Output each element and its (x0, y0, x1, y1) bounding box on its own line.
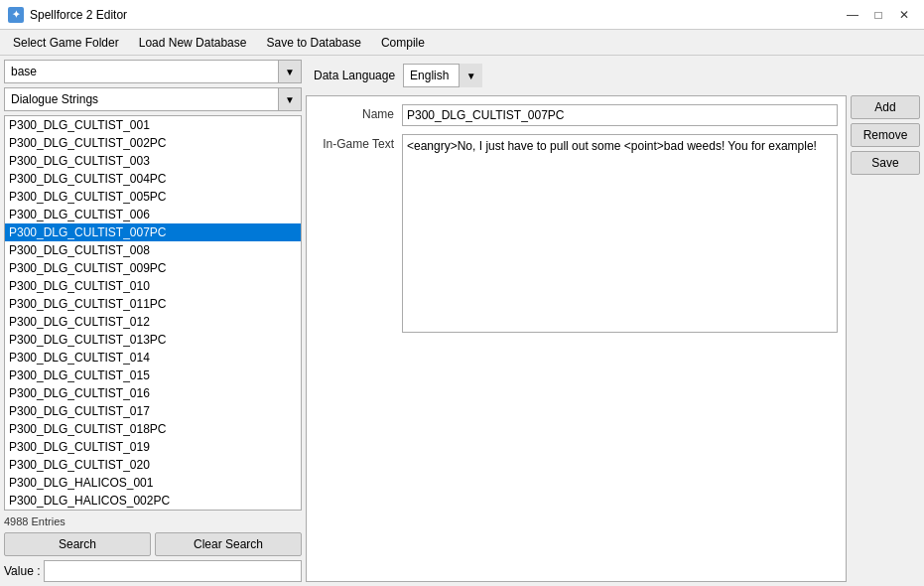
list-item[interactable]: P300_DLG_CULTIST_014 (5, 349, 301, 366)
save-button[interactable]: Save (851, 151, 920, 175)
main-content: base ▼ Dialogue Strings ▼ P300_DLG_CULTI… (0, 56, 924, 586)
list-container: P300_DLG_CULTIST_001P300_DLG_CULTIST_002… (4, 115, 302, 511)
value-input[interactable] (44, 560, 302, 582)
close-button[interactable]: ✕ (892, 5, 916, 25)
in-game-text-field-row: In-Game Text (315, 134, 838, 333)
list-item[interactable]: P300_DLG_CULTIST_004PC (5, 170, 301, 188)
left-panel: base ▼ Dialogue Strings ▼ P300_DLG_CULTI… (4, 60, 302, 582)
list-item[interactable]: P300_DLG_CULTIST_007PC (5, 223, 301, 241)
list-item[interactable]: P300_DLG_CULTIST_020 (5, 456, 301, 474)
list-item[interactable]: P300_DLG_CULTIST_005PC (5, 188, 301, 206)
menu-load-new-database[interactable]: Load New Database (130, 33, 256, 53)
list-item[interactable]: P300_DLG_CULTIST_008 (5, 241, 301, 259)
list-item[interactable]: P300_DLG_CULTIST_010 (5, 277, 301, 295)
app-icon: ✦ (8, 7, 24, 23)
menu-select-game-folder[interactable]: Select Game Folder (4, 33, 128, 53)
title-bar: ✦ Spellforce 2 Editor — □ ✕ (0, 0, 924, 30)
data-language-label: Data Language (314, 69, 395, 82)
list-item[interactable]: P300_DLG_CULTIST_011PC (5, 295, 301, 313)
detail-box: Name In-Game Text (306, 95, 847, 582)
data-language-row: Data Language English German French ▼ (306, 60, 920, 91)
category-dropdown-container: Dialogue Strings ▼ (4, 87, 302, 111)
remove-button[interactable]: Remove (851, 123, 920, 147)
language-dropdown[interactable]: English German French (403, 64, 482, 87)
in-game-text-label: In-Game Text (315, 134, 394, 151)
list-scroll[interactable]: P300_DLG_CULTIST_001P300_DLG_CULTIST_002… (5, 116, 301, 510)
list-item[interactable]: P300_DLG_CULTIST_019 (5, 438, 301, 456)
value-row: Value : (4, 560, 302, 582)
right-panel: Data Language English German French ▼ Na… (306, 60, 920, 582)
list-item[interactable]: P300_DLG_CULTIST_002PC (5, 134, 301, 152)
list-item[interactable]: P300_DLG_CULTIST_012 (5, 313, 301, 331)
list-item[interactable]: P300_DLG_CULTIST_003 (5, 152, 301, 170)
list-item[interactable]: P300_DLG_CULTIST_015 (5, 366, 301, 384)
category-dropdown[interactable]: Dialogue Strings (4, 87, 302, 111)
list-item[interactable]: P300_DLG_CULTIST_017 (5, 402, 301, 420)
list-item[interactable]: P300_DLG_CULTIST_009PC (5, 259, 301, 277)
list-item[interactable]: P300_DLG_CULTIST_016 (5, 384, 301, 402)
list-item[interactable]: P300_DLG_HALICOS_001 (5, 474, 301, 492)
title-bar-left: ✦ Spellforce 2 Editor (8, 7, 127, 23)
list-item[interactable]: P300_DLG_CULTIST_013PC (5, 331, 301, 349)
search-button[interactable]: Search (4, 532, 151, 556)
value-label: Value : (4, 564, 40, 578)
base-dropdown-container: base ▼ (4, 60, 302, 83)
list-item[interactable]: P300_DLG_CULTIST_018PC (5, 420, 301, 438)
maximize-button[interactable]: □ (866, 5, 890, 25)
window-controls: — □ ✕ (841, 5, 916, 25)
menu-bar: Select Game Folder Load New Database Sav… (0, 30, 924, 56)
search-row: Search Clear Search (4, 532, 302, 556)
clear-search-button[interactable]: Clear Search (155, 532, 302, 556)
entries-count: 4988 Entries (4, 514, 302, 528)
minimize-button[interactable]: — (841, 5, 864, 25)
name-label: Name (315, 104, 394, 121)
base-dropdown[interactable]: base (4, 60, 302, 83)
in-game-text-textarea[interactable] (402, 134, 838, 333)
content-with-buttons: Name In-Game Text Add Remove Save (306, 95, 920, 582)
right-buttons: Add Remove Save (851, 95, 920, 582)
list-item[interactable]: P300_DLG_CULTIST_001 (5, 116, 301, 134)
add-button[interactable]: Add (851, 95, 920, 119)
menu-save-to-database[interactable]: Save to Database (257, 33, 369, 53)
name-field-row: Name (315, 104, 838, 126)
list-item[interactable]: P300_DLG_HALICOS_002PC (5, 492, 301, 510)
menu-compile[interactable]: Compile (372, 33, 434, 53)
window-title: Spellforce 2 Editor (30, 8, 127, 22)
language-dropdown-container: English German French ▼ (403, 64, 482, 87)
name-input[interactable] (402, 104, 838, 126)
list-item[interactable]: P300_DLG_CULTIST_006 (5, 206, 301, 223)
